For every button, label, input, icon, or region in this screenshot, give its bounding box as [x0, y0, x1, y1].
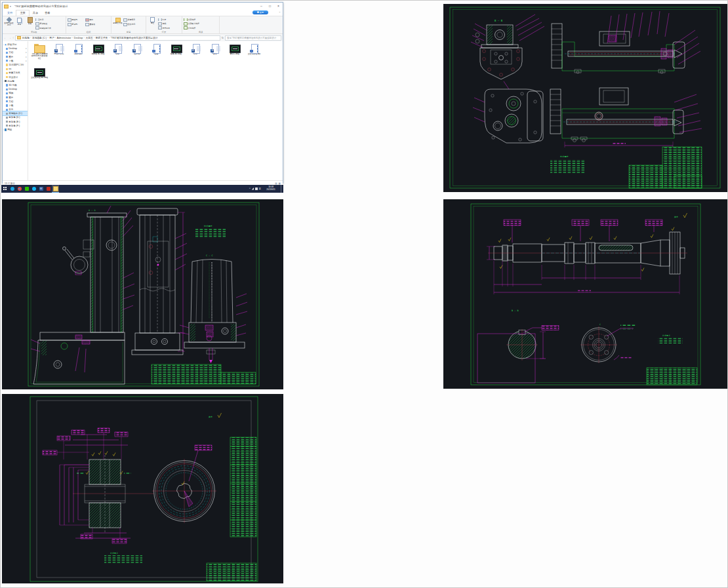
file-tile[interactable]: 翻译1.dwg — [225, 44, 244, 68]
edit-icon — [158, 22, 162, 26]
file-tile[interactable]: 模型 A0.dwg — [167, 44, 186, 68]
drive-icon — [6, 117, 8, 119]
search-input[interactable] — [226, 37, 281, 39]
tab-file[interactable]: 文件 — [4, 10, 16, 16]
tab-home[interactable]: 主页 — [16, 10, 29, 16]
file-tile[interactable]: W摘要 — [186, 44, 205, 68]
taskbar-wechat-icon[interactable] — [23, 185, 30, 193]
file-tile[interactable]: 立柱装配图 A0 — [245, 44, 264, 68]
file-tile[interactable]: 装配图 A1.dwg — [89, 44, 108, 68]
address-bar: ← → ↑ 此电脑› 本地磁盘 (C:)› 用户› Administrator›… — [3, 34, 283, 41]
drive-icon — [6, 113, 8, 115]
rename-button[interactable]: 重命名 — [85, 23, 102, 27]
pictures-icon — [6, 96, 8, 98]
tab-share[interactable]: 共享 — [30, 10, 41, 16]
paste-shortcut-icon — [35, 26, 39, 29]
pin-to-quick-access-button[interactable]: 固定到快速访问 — [4, 17, 14, 29]
move-to-button[interactable]: 移动到 — [68, 18, 85, 22]
paste-shortcut-button[interactable]: 粘贴快捷方式 — [35, 26, 51, 29]
delete-icon — [85, 18, 89, 22]
file-tile[interactable]: W开题报告书 — [49, 44, 68, 68]
title-block — [647, 368, 697, 385]
taskbar-word-icon[interactable]: W — [37, 185, 45, 193]
invert-selection-button[interactable]: 反向选择 — [184, 26, 214, 29]
minimize-button[interactable]: – — [257, 3, 266, 10]
new-folder-button[interactable]: 新建文件夹 — [113, 17, 123, 29]
maximize-button[interactable]: □ — [266, 3, 274, 10]
drive-icon — [6, 125, 8, 127]
file-tile[interactable]: “TK6”腿部支撑横移动优化设计(全套图纸) — [30, 44, 49, 68]
file-tile[interactable]: 立柱横移图 A0.dwg — [30, 68, 49, 91]
tray-hidden-icons[interactable]: ^ — [249, 187, 251, 190]
network-icon[interactable] — [255, 187, 258, 190]
copy-path-button[interactable]: 复制路径 — [35, 22, 51, 26]
folder-icon — [34, 45, 45, 53]
documents-icon — [6, 100, 8, 102]
dwg-thumbnail-icon — [93, 45, 104, 53]
ribbon-group-open: 属性 打开 编辑 历史记录 打开 — [146, 16, 182, 33]
svg-text:C: C — [599, 323, 601, 326]
svg-text:A — A: A — A — [89, 209, 96, 212]
delete-button[interactable]: 删除 — [85, 18, 102, 22]
file-tile[interactable]: 说明书A1 — [69, 44, 88, 68]
properties-button[interactable]: 属性 — [148, 17, 157, 29]
desktop-icon — [6, 48, 8, 50]
file-tile[interactable]: W任务书 — [127, 44, 146, 68]
refresh-icon[interactable]: ↻ — [222, 36, 224, 39]
svg-text:技术要求: 技术要求 — [560, 155, 569, 158]
new-item-button[interactable]: 新建项目 — [123, 18, 140, 22]
taskbar-explorer-icon[interactable] — [52, 185, 59, 193]
paste-icon — [28, 17, 33, 23]
cut-icon — [35, 18, 39, 22]
breadcrumb[interactable]: 此电脑› 本地磁盘 (C:)› 用户› Administrator› Deskt… — [15, 35, 220, 41]
ribbon-collapse-icon[interactable]: ⌃ — [279, 11, 281, 14]
signin-button[interactable]: 登录 — [253, 10, 268, 15]
ime-indicator[interactable]: 英 — [259, 187, 261, 190]
folder-icon — [6, 72, 8, 74]
history-button[interactable]: 历史记录 — [158, 26, 175, 29]
paste-button[interactable]: 粘贴 — [25, 17, 35, 29]
start-button[interactable] — [1, 185, 9, 193]
file-tile[interactable]: 模架 — [147, 44, 166, 68]
invert-selection-icon — [184, 26, 188, 29]
select-none-button[interactable]: 全部取消选择 — [184, 22, 214, 26]
cad-drawing-column: 技术要求 A — A — [2, 199, 283, 389]
taskbar-edge-icon[interactable] — [9, 185, 16, 193]
back-button[interactable]: ← — [4, 34, 7, 41]
quick-access-toolbar-caret-icon[interactable]: ▾ — [10, 5, 11, 8]
taskbar-qq-icon[interactable] — [30, 185, 37, 193]
cad-drawing-assembly: B — B — [443, 4, 727, 192]
title-block — [207, 563, 256, 581]
history-icon — [158, 26, 162, 29]
edit-button[interactable]: 编辑 — [158, 22, 175, 26]
open-button[interactable]: 打开 — [158, 18, 175, 22]
gear-parameter-table — [230, 437, 256, 537]
tab-view[interactable]: 查看 — [41, 10, 53, 16]
show-desktop-button[interactable] — [281, 185, 283, 193]
up-button[interactable]: ↑ — [12, 34, 14, 41]
svg-text:其余: 其余 — [674, 216, 678, 218]
move-to-icon — [68, 18, 71, 22]
forward-button[interactable]: → — [9, 34, 12, 41]
file-tile[interactable]: W翻译 — [205, 44, 224, 68]
copy-button[interactable]: 复制 — [14, 17, 24, 29]
volume-icon[interactable] — [252, 187, 254, 190]
folder-icon — [6, 64, 8, 66]
easy-access-button[interactable]: 轻松访问 — [123, 23, 140, 27]
taskbar-cad-icon[interactable] — [45, 185, 52, 193]
file-tile[interactable]: W说明 — [108, 44, 127, 68]
taskbar-browser-icon[interactable] — [16, 185, 23, 193]
copy-to-button[interactable]: 复制到 — [68, 23, 85, 27]
account-icon — [257, 11, 259, 13]
new-folder-icon — [115, 18, 121, 22]
select-all-button[interactable]: 全部选择 — [184, 18, 214, 22]
3d-objects-icon — [6, 84, 8, 86]
taskbar-clock[interactable]: 16:082021/6/11 — [262, 186, 279, 191]
close-button[interactable]: × — [274, 3, 283, 10]
search-box[interactable] — [225, 35, 281, 41]
cad-drawing-gear: 其余 — [2, 394, 283, 583]
sidebar-network[interactable]: ›网络 — [3, 128, 28, 132]
copy-icon — [17, 18, 22, 23]
title-bar[interactable]: ▾ “TK6”腿部支撑横移动优化设计方案拟定设计 – □ × — [3, 3, 283, 10]
cut-button[interactable]: 剪切 — [35, 18, 51, 22]
